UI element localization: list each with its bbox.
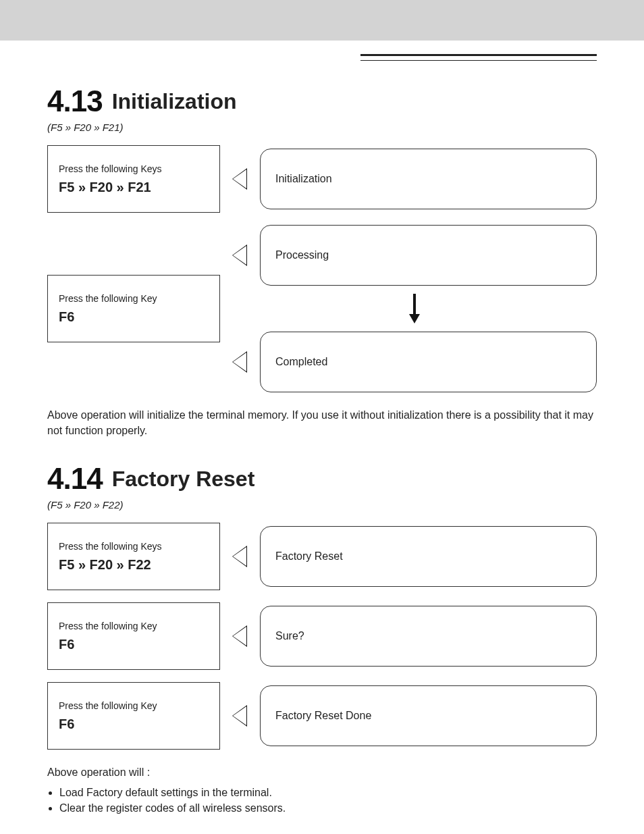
section-subtitle: (F5 » F20 » F22) <box>47 499 597 511</box>
section-note: Above operation will : Load Factory defa… <box>47 764 597 816</box>
display-bubble: Processing <box>260 225 597 286</box>
section-number: 4.14 <box>47 464 103 494</box>
section-note: Above operation will initialize the term… <box>47 407 597 438</box>
display-bubble: Sure? <box>260 606 597 667</box>
key-prompt-box: Press the following Keys F5 » F20 » F22 <box>47 523 220 590</box>
section-number: 4.13 <box>47 86 103 116</box>
section-name: Initialization <box>112 90 237 116</box>
list-item: Clear the register codes of all wireless… <box>59 800 597 816</box>
down-arrow-icon <box>232 294 597 323</box>
section-subtitle: (F5 » F20 » F21) <box>47 122 597 133</box>
svg-marker-1 <box>409 314 420 323</box>
bubble-text: Processing <box>275 249 329 261</box>
section-4-14: 4.14 Factory Reset (F5 » F20 » F22) Pres… <box>47 464 597 816</box>
display-bubble: Factory Reset <box>260 526 597 587</box>
display-bubble: Completed <box>260 332 597 392</box>
header-rule <box>360 54 597 61</box>
section-name: Factory Reset <box>112 467 255 494</box>
key-prompt-box: Press the following Key F6 <box>47 602 220 670</box>
page-header-bar <box>0 0 644 41</box>
section-4-13: 4.13 Initialization (F5 » F20 » F21) Pre… <box>47 86 597 438</box>
display-bubble: Factory Reset Done <box>260 685 597 746</box>
bubble-text: Factory Reset Done <box>275 710 371 722</box>
list-item: Load Factory default settings in the ter… <box>59 785 597 800</box>
key-prompt-box: Press the following Keys F5 » F20 » F21 <box>47 145 220 213</box>
key-prompt-box: Press the following Key F6 <box>47 682 220 750</box>
bubble-text: Initialization <box>275 173 332 185</box>
display-bubble: Initialization <box>260 149 597 209</box>
bubble-text: Completed <box>275 356 327 368</box>
bubble-text: Factory Reset <box>275 550 343 563</box>
bubble-text: Sure? <box>275 630 304 642</box>
key-prompt-box: Press the following Key F6 <box>47 275 220 342</box>
